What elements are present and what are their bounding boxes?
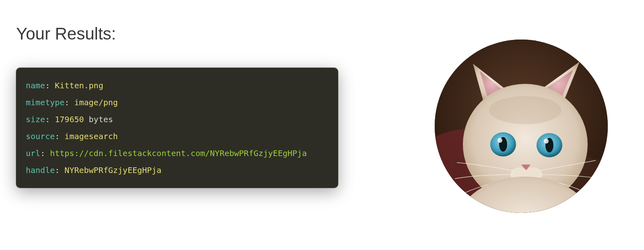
field-name-key: name (26, 81, 45, 90)
field-mimetype: mimetype: image/png (26, 97, 328, 108)
field-url: url: https://cdn.filestackcontent.com/NY… (26, 148, 328, 159)
field-size-key: size (26, 115, 45, 124)
svg-point-4 (489, 96, 561, 124)
colon: : (55, 165, 64, 175)
field-size-unit (84, 115, 89, 124)
colon: : (45, 115, 55, 124)
field-mimetype-value: image/png (74, 98, 118, 107)
field-source-key: source (26, 131, 55, 141)
field-size-value: 179650 (55, 115, 84, 124)
field-handle-key: handle (26, 165, 55, 175)
field-source-value: imagesearch (64, 131, 118, 141)
field-url-value[interactable]: https://cdn.filestackcontent.com/NYRebwP… (50, 148, 307, 158)
field-mimetype-key: mimetype (26, 98, 64, 107)
preview-image (435, 40, 608, 213)
results-row: name: Kitten.png mimetype: image/png siz… (16, 68, 628, 213)
field-name: name: Kitten.png (26, 80, 328, 91)
field-handle-value: NYRebwPRfGzjyEEgHPja (64, 165, 161, 175)
field-size-unit-text: bytes (89, 115, 113, 124)
field-name-value: Kitten.png (55, 81, 103, 90)
colon: : (55, 131, 64, 141)
colon: : (45, 81, 55, 90)
field-size: size: 179650 bytes (26, 114, 328, 125)
colon: : (64, 98, 74, 107)
svg-point-10 (544, 139, 549, 144)
field-source: source: imagesearch (26, 131, 328, 142)
field-handle: handle: NYRebwPRfGzjyEEgHPja (26, 165, 328, 176)
field-url-key: url (26, 148, 40, 158)
result-code-box: name: Kitten.png mimetype: image/png siz… (16, 68, 338, 188)
svg-point-7 (497, 138, 502, 143)
kitten-icon (435, 40, 608, 213)
colon: : (40, 148, 50, 158)
